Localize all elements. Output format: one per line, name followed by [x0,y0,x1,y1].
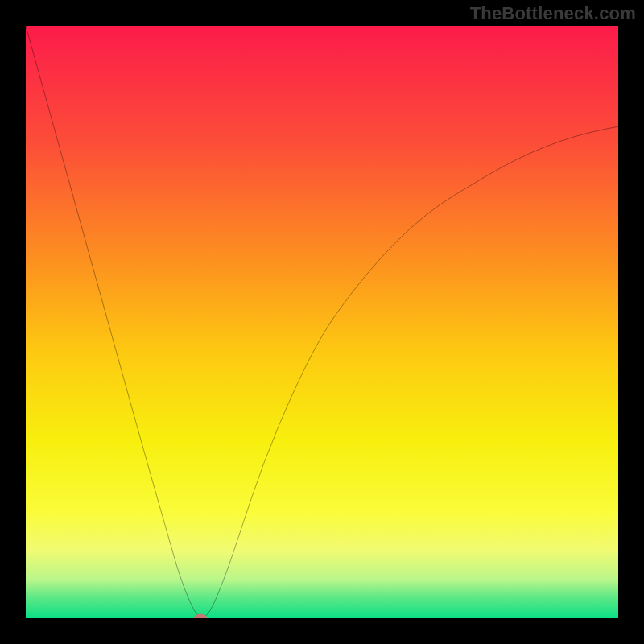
watermark-text: TheBottleneck.com [470,3,636,24]
chart-frame: TheBottleneck.com [0,0,644,644]
gradient-background [26,26,618,618]
plot-area [26,26,618,618]
